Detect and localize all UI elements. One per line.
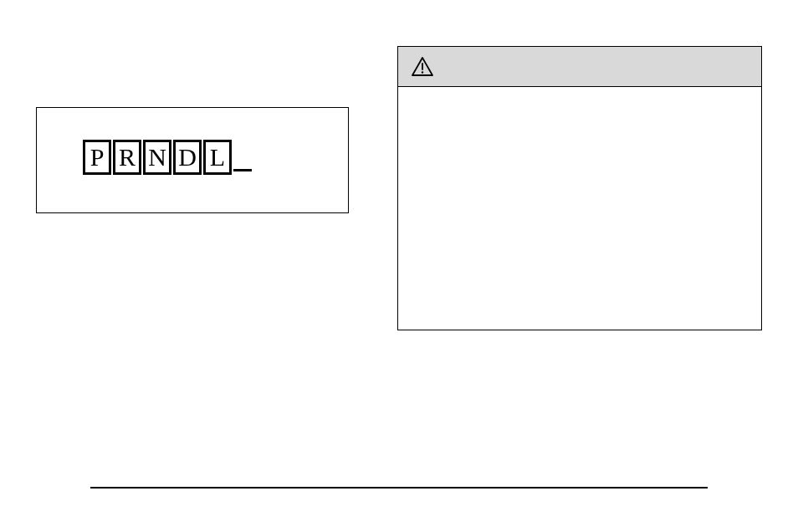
gear-letter-p: P [83, 140, 111, 175]
footer-rule [90, 487, 708, 489]
gear-letter-d: D [173, 140, 202, 175]
gear-dash-indicator [233, 169, 252, 171]
gear-indicator-content: P R N D L [83, 140, 252, 175]
svg-point-1 [422, 71, 423, 73]
gear-letter-n: N [143, 140, 171, 175]
warning-panel [397, 46, 762, 330]
gear-letter-r: R [113, 140, 141, 175]
warning-header [398, 47, 761, 87]
gear-indicator-box: P R N D L [36, 107, 349, 213]
warning-triangle-icon [412, 57, 433, 77]
gear-letter-l: L [203, 140, 232, 175]
